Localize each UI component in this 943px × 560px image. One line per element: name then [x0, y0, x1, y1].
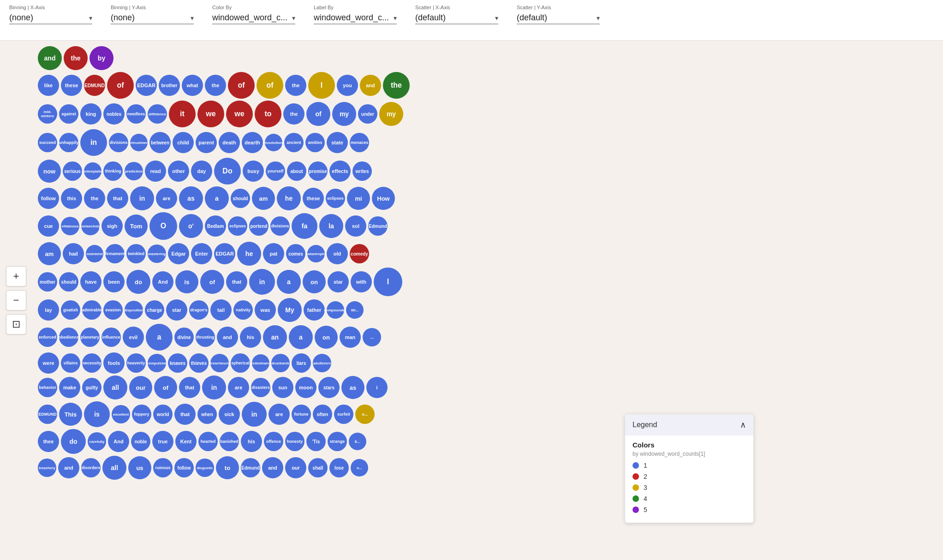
- word-bubble[interactable]: about: [287, 161, 306, 181]
- word-bubble[interactable]: This: [59, 403, 82, 426]
- word-bubble[interactable]: father: [304, 299, 325, 321]
- word-bubble[interactable]: Bedlam: [205, 215, 226, 237]
- word-bubble[interactable]: a: [277, 270, 301, 294]
- word-bubble[interactable]: follow: [174, 458, 194, 477]
- word-bubble[interactable]: surfeit: [334, 405, 353, 424]
- word-bubble[interactable]: and: [262, 457, 283, 478]
- word-bubble[interactable]: that: [107, 188, 128, 209]
- word-bubble[interactable]: obedience: [59, 328, 78, 347]
- word-bubble[interactable]: thee: [38, 431, 59, 452]
- word-bubble[interactable]: drunkards: [271, 354, 290, 372]
- word-bubble[interactable]: in: [242, 402, 267, 427]
- word-bubble[interactable]: Do: [214, 158, 241, 185]
- word-bubble[interactable]: sigh: [101, 215, 123, 237]
- word-bubble[interactable]: nativity: [233, 300, 253, 320]
- word-bubble[interactable]: la: [319, 214, 343, 238]
- word-bubble[interactable]: to: [255, 101, 281, 127]
- word-bubble[interactable]: EDGAR: [136, 75, 157, 96]
- word-bubble[interactable]: twinkled: [126, 244, 146, 263]
- word-bubble[interactable]: spherical: [231, 353, 250, 373]
- word-bubble[interactable]: what: [182, 75, 203, 96]
- word-bubble[interactable]: EDMUND: [84, 75, 105, 96]
- word-bubble[interactable]: excellent: [112, 405, 130, 423]
- word-bubble[interactable]: lay: [38, 299, 59, 321]
- word-bubble[interactable]: divisions: [270, 216, 290, 236]
- word-bubble[interactable]: Edmund: [368, 216, 388, 236]
- word-bubble[interactable]: on: [303, 270, 326, 293]
- word-bubble[interactable]: necessity: [82, 353, 101, 373]
- word-bubble[interactable]: and: [217, 327, 238, 348]
- word-bubble[interactable]: comedy: [350, 244, 369, 263]
- word-bubble[interactable]: all: [103, 375, 127, 399]
- color-by-select[interactable]: windowed_word_c... ▾: [212, 12, 295, 24]
- word-bubble[interactable]: against: [59, 104, 78, 124]
- word-bubble[interactable]: had: [63, 243, 84, 264]
- word-bubble[interactable]: he: [237, 242, 261, 266]
- word-bubble[interactable]: busy: [243, 161, 264, 182]
- word-bubble[interactable]: moon: [295, 377, 316, 398]
- word-bubble[interactable]: do: [61, 429, 86, 454]
- word-bubble[interactable]: have: [80, 271, 101, 292]
- word-bubble[interactable]: of: [200, 270, 224, 294]
- word-bubble[interactable]: n...: [351, 459, 368, 477]
- word-bubble[interactable]: evasion: [103, 300, 123, 320]
- word-bubble[interactable]: he: [277, 186, 301, 210]
- word-bubble[interactable]: amities: [305, 133, 325, 152]
- word-bubble[interactable]: My: [278, 298, 302, 322]
- word-bubble[interactable]: treachery: [38, 459, 56, 477]
- word-bubble[interactable]: midnleist: [86, 245, 103, 262]
- word-bubble[interactable]: mid- winters: [38, 104, 57, 124]
- word-bubble[interactable]: world: [153, 405, 173, 424]
- word-bubble[interactable]: my: [332, 102, 356, 126]
- word-bubble[interactable]: in: [249, 269, 275, 295]
- word-bubble[interactable]: nobles: [103, 103, 125, 125]
- word-bubble[interactable]: succeed: [38, 133, 57, 152]
- word-bubble[interactable]: of: [154, 376, 177, 399]
- word-bubble[interactable]: and: [58, 457, 79, 478]
- word-bubble[interactable]: sick: [219, 404, 240, 425]
- word-bubble[interactable]: we: [226, 101, 253, 127]
- word-bubble[interactable]: strange: [328, 432, 347, 451]
- fit-button[interactable]: ⊡: [6, 314, 26, 334]
- word-bubble[interactable]: evil: [123, 327, 144, 348]
- word-bubble[interactable]: thieves: [189, 353, 209, 373]
- word-bubble[interactable]: the: [283, 103, 304, 125]
- word-bubble[interactable]: star: [328, 271, 349, 292]
- word-bubble[interactable]: parent: [196, 132, 217, 153]
- word-bubble[interactable]: of: [257, 72, 283, 99]
- word-bubble[interactable]: E...: [349, 433, 366, 450]
- word-bubble[interactable]: and: [360, 75, 381, 96]
- word-bubble[interactable]: treacheurs: [210, 354, 229, 372]
- word-bubble[interactable]: fa: [292, 213, 317, 239]
- word-bubble[interactable]: thrusting: [196, 328, 215, 347]
- word-bubble[interactable]: our: [129, 376, 152, 399]
- word-bubble[interactable]: like: [38, 75, 59, 96]
- word-bubble[interactable]: stars: [318, 377, 340, 398]
- word-bubble[interactable]: death: [219, 132, 240, 153]
- word-bubble[interactable]: star: [166, 299, 187, 321]
- word-bubble[interactable]: behavior: [38, 378, 57, 397]
- word-bubble[interactable]: king: [80, 103, 101, 125]
- word-bubble[interactable]: are: [156, 188, 177, 209]
- word-bubble[interactable]: all: [102, 456, 126, 480]
- word-bubble[interactable]: is: [175, 270, 198, 293]
- word-bubble[interactable]: compounded: [327, 301, 344, 319]
- word-bubble[interactable]: the: [64, 46, 88, 70]
- word-bubble[interactable]: foppery: [132, 405, 151, 424]
- zoom-in-button[interactable]: +: [6, 266, 26, 286]
- word-bubble[interactable]: fools: [103, 352, 125, 374]
- word-bubble[interactable]: follow: [38, 188, 59, 209]
- word-bubble[interactable]: been: [103, 271, 125, 292]
- word-bubble[interactable]: the: [205, 75, 226, 96]
- word-bubble[interactable]: is: [84, 401, 110, 427]
- word-bubble[interactable]: eclipses: [326, 189, 345, 208]
- word-bubble[interactable]: true: [152, 431, 173, 452]
- word-bubble[interactable]: writes: [352, 161, 372, 181]
- word-bubble[interactable]: Kent: [175, 431, 197, 452]
- word-bubble[interactable]: between: [149, 132, 171, 153]
- word-bubble[interactable]: sol: [345, 215, 366, 237]
- word-bubble[interactable]: state: [327, 132, 348, 153]
- word-bubble[interactable]: effects: [329, 161, 351, 182]
- word-bubble[interactable]: pat: [263, 243, 284, 264]
- word-bubble[interactable]: i: [366, 377, 388, 398]
